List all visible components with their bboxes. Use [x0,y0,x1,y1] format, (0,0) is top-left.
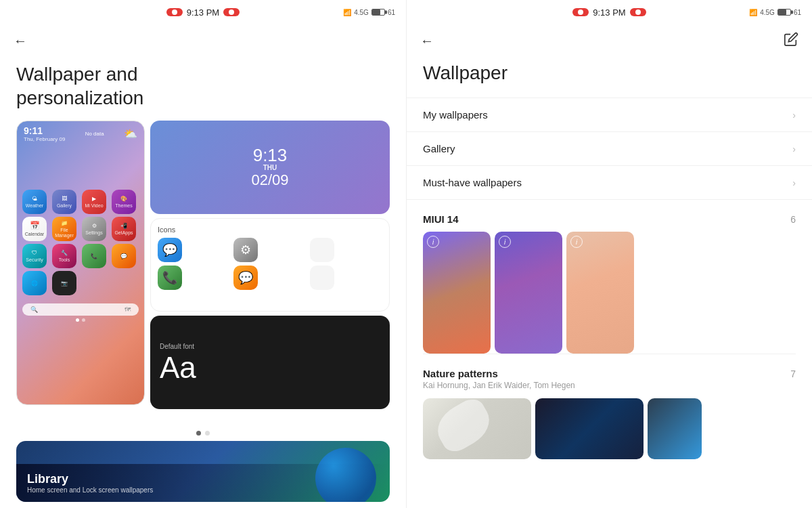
maps-icon: 🗺 [125,306,131,313]
wallpaper-thumb-1[interactable]: i [423,232,491,354]
chevron-icon-2: › [792,144,796,154]
nav-bar-right: ← [407,24,812,57]
chevron-icon-1: › [792,110,796,121]
phone-date: Thu, February 09 [24,136,65,142]
status-bar-right: 9:13 PM 📶 4.5G 61 [407,0,812,24]
menu-item-gallery[interactable]: Gallery › [407,132,812,166]
signal-icon: 📶 [343,9,351,16]
record-dot-r1 [578,9,583,15]
menu-item-my-wallpapers[interactable]: My wallpapers › [407,98,812,132]
nature-title-row: Nature patterns 7 [423,368,796,379]
nature-thumb-1[interactable] [423,398,531,459]
font-sample: Aa [160,353,380,383]
app-icon-files[interactable]: 📁File Manager [52,217,76,241]
nature-count: 7 [790,368,796,379]
preview-page-dots [0,425,406,441]
dot-1 [76,318,79,322]
app-icon-messages[interactable]: 💬 [112,244,136,268]
info-button-3[interactable]: i [570,236,583,248]
preview-dot-2 [205,431,210,436]
app-icon-phone[interactable]: 📞 [82,244,106,268]
nature-wallpaper-row [407,393,812,459]
signal-icon-right: 📶 [749,9,757,16]
record-button-r1[interactable] [572,8,589,16]
phone-preview: 9:11 Thu, February 09 No data ⛅ 🌤Weather… [16,121,145,405]
app-icon-themes[interactable]: 🎨Themes [112,190,136,214]
no-data-label: No data [85,131,104,137]
app-icon-gallery[interactable]: 🖼Gallery [52,190,76,214]
wallpaper-heading: Wallpaper [423,62,796,84]
wallpaper-thumb-3[interactable]: i [566,232,634,354]
icons-tile-label: Icons [158,226,382,234]
back-button-right[interactable]: ← [420,33,434,49]
weather-icon: ⛅ [124,127,137,140]
must-have-label: Must-have wallpapers [423,177,522,188]
app-icon-getapps[interactable]: 📲GetApps [112,217,136,241]
preview-dot-1 [196,431,201,436]
tile-icon-empty [310,238,334,262]
info-button-1[interactable]: i [427,236,439,248]
tile-clock-day: THU [263,164,277,171]
nature-section-header: Nature patterns 7 Kai Hornung, Jan Erik … [407,354,812,393]
miui14-count: 6 [790,214,796,225]
nature-authors: Kai Hornung, Jan Erik Waider, Tom Hegen [423,381,796,390]
right-panel: 9:13 PM 📶 4.5G 61 ← Wallpaper [406,0,812,508]
app-icon-tools[interactable]: 🔧Tools [52,244,76,268]
tile-icon-chat: 💬 [233,266,258,290]
miui14-wallpaper-row: i i i [407,232,812,354]
globe-decoration [315,448,376,502]
info-button-2[interactable]: i [499,236,511,248]
font-tile[interactable]: Default font Aa [150,316,390,409]
status-center: 9:13 PM [166,7,240,18]
nature-thumb-2[interactable] [535,398,644,459]
miui14-section-header: MIUI 14 6 [407,200,812,232]
miui14-title: MIUI 14 [423,213,459,225]
app-icon-settings[interactable]: ⚙Settings [82,217,106,241]
dot-2 [82,318,85,322]
app-icon-browser[interactable]: 🌐 [22,271,47,295]
my-wallpapers-label: My wallpapers [423,109,488,121]
page-title-line2: personalization [16,87,143,108]
tile-icon-empty2 [310,266,334,290]
status-center-right: 9:13 PM [572,7,646,18]
status-icons-left: 📶 4.5G 61 [343,9,395,16]
battery-icon-left [371,9,385,16]
clock-tile[interactable]: 9:13 THU 02/09 [150,121,390,214]
left-panel: 9:13 PM 📶 4.5G 61 ← Wallpaper and person… [0,0,406,508]
app-icon-weather[interactable]: 🌤Weather [22,190,47,214]
icons-tile[interactable]: Icons 💬 ⚙ 📞 💬 [150,218,390,312]
record-dot-icon [172,9,177,15]
record-dot-r2 [635,9,641,15]
phone-status-bar: 9:11 Thu, February 09 No data ⛅ [17,121,144,144]
gallery-label: Gallery [423,143,455,154]
app-icon-video[interactable]: ▶Mi Video [82,190,106,214]
nature-title: Nature patterns [423,368,498,379]
page-title-line1: Wallpaper and [16,64,138,85]
chevron-icon-3: › [792,177,796,188]
app-icon-calendar[interactable]: 📅Calendar [22,217,47,241]
app-icon-security[interactable]: 🛡Security [22,244,47,268]
nav-bar-left: ← [0,24,406,57]
record-button[interactable] [166,8,183,16]
app-icon-camera[interactable]: 📷 [52,271,76,295]
status-time-right: 9:13 PM [593,7,625,18]
font-tile-label: Default font [160,343,380,350]
wallpaper-menu: My wallpapers › Gallery › Must-have wall… [407,98,812,200]
battery-icon-right [777,9,791,16]
nature-thumb-3-partial[interactable] [648,398,702,459]
library-card[interactable]: Library Home screen and Lock screen wall… [16,441,390,502]
back-button-left[interactable]: ← [14,33,27,49]
phone-time: 9:11 [24,125,65,136]
tile-icon-settings: ⚙ [233,238,258,262]
record-dot-icon-right [229,9,234,15]
record-button-r2[interactable] [630,8,646,16]
wifi-icon-right: 4.5G [760,9,775,16]
phone-search-bar[interactable]: 🔍 🗺 [22,303,139,316]
tile-clock-date: 02/09 [251,171,288,189]
battery-label-left: 61 [388,9,395,16]
wallpaper-thumb-2[interactable]: i [495,232,562,354]
menu-item-must-have[interactable]: Must-have wallpapers › [407,166,812,200]
status-bar-left: 9:13 PM 📶 4.5G 61 [0,0,406,24]
record-button-right[interactable] [223,8,240,16]
edit-button[interactable] [784,32,798,50]
